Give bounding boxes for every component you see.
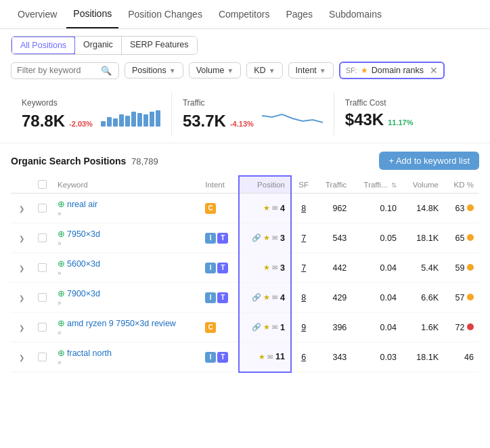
expand-icon[interactable]: ❯ — [16, 354, 27, 361]
nav-position-changes[interactable]: Position Changes — [121, 1, 209, 28]
nav-competitors[interactable]: Competitors — [212, 1, 276, 28]
add-to-keyword-list-button[interactable]: + Add to keyword list — [379, 152, 479, 170]
traffic-line-chart — [262, 110, 323, 131]
traffic-cell: 343 — [315, 342, 352, 372]
position-cell: 🔗★✉ 4 — [239, 283, 291, 313]
nav-positions[interactable]: Positions — [66, 0, 118, 28]
kd-dropdown[interactable]: KD ▼ — [246, 62, 282, 79]
sf-close-button[interactable]: ✕ — [430, 65, 438, 76]
tab-organic[interactable]: Organic — [75, 37, 122, 54]
nav-overview[interactable]: Overview — [11, 1, 64, 28]
row-expand-cell: ❯ — [11, 313, 32, 342]
expand-icon[interactable]: ❯ — [16, 265, 27, 272]
expand-icon[interactable]: ❯ — [16, 294, 27, 302]
intent-dropdown[interactable]: Intent ▼ — [288, 62, 334, 79]
volume-cell: 5.4K — [402, 253, 444, 283]
keyword-filter-wrap[interactable]: 🔍 — [11, 62, 119, 79]
volume-dropdown[interactable]: Volume ▼ — [189, 62, 242, 79]
traffic-cell: 962 — [315, 194, 352, 223]
intent-badge: T — [217, 292, 228, 303]
sf-value: 9 — [301, 323, 306, 332]
position-value: 4 — [280, 204, 285, 213]
expand-icon[interactable]: ❯ — [16, 324, 27, 332]
position-cell: 🔗★✉ 3 — [239, 223, 291, 253]
svg-rect-0 — [101, 121, 106, 127]
kd-value: 65 — [455, 233, 465, 243]
sf-star-icon: ★ — [361, 66, 368, 75]
row-checkbox[interactable] — [38, 293, 47, 302]
table-row: ❯ ⊕7950×3d» IT 🔗★✉ 3 7 543 0.05 18.1K — [11, 223, 479, 253]
keyword-link[interactable]: ⊕fractal north — [58, 348, 194, 358]
row-expand-cell: ❯ — [11, 253, 32, 283]
traffic-pct-cell: 0.05 — [352, 223, 402, 253]
row-checkbox[interactable] — [38, 204, 47, 212]
link-icon: 🔗 — [252, 233, 261, 242]
stats-row: Keywords 78.8K -2.03% Traf — [0, 86, 490, 143]
position-value: 11 — [275, 352, 285, 361]
traffic-cell: 429 — [315, 283, 352, 313]
sf-value: 7 — [301, 263, 306, 273]
star-icon: ★ — [263, 204, 270, 212]
chevron-down-icon: ▼ — [269, 67, 275, 74]
traffic-number: 53.7K — [183, 112, 226, 131]
row-checkbox[interactable] — [38, 353, 47, 361]
kd-cell: 65 — [444, 223, 479, 253]
star-icon: ★ — [263, 263, 270, 272]
keyword-link[interactable]: ⊕7950×3d — [58, 229, 194, 239]
col-traffic-pct-header: Traffi... ⇅ — [352, 176, 402, 194]
kd-dot — [467, 264, 474, 271]
row-checkbox-cell — [32, 283, 52, 313]
positions-dropdown[interactable]: Positions ▼ — [125, 62, 183, 79]
keyword-link[interactable]: ⊕5600×3d — [58, 259, 194, 269]
kd-dot — [467, 323, 474, 330]
expand-icon[interactable]: ❯ — [16, 235, 27, 242]
kw-arrows: » — [58, 299, 194, 307]
nav-subdomains[interactable]: Subdomains — [322, 1, 388, 28]
keyword-cell: ⊕nreal air» — [52, 194, 200, 223]
kd-value: 59 — [455, 263, 465, 273]
kw-arrows: » — [58, 210, 194, 217]
plus-icon: ⊕ — [58, 259, 65, 269]
keyword-link[interactable]: ⊕nreal air — [58, 199, 194, 209]
expand-icon[interactable]: ❯ — [16, 205, 27, 212]
keyword-cell: ⊕5600×3d» — [52, 253, 200, 283]
tab-serp-features[interactable]: SERP Features — [122, 37, 197, 54]
filter-tab-bar: All Positions Organic SERP Features — [0, 29, 490, 62]
volume-cell: 18.1K — [402, 342, 444, 372]
intent-cell: IT — [200, 342, 239, 372]
keyword-link[interactable]: ⊕amd ryzen 9 7950×3d review — [58, 318, 194, 328]
tab-all-positions[interactable]: All Positions — [11, 36, 76, 55]
volume-cell: 6.6K — [402, 283, 444, 313]
row-checkbox[interactable] — [38, 233, 47, 242]
sf-icons: ★✉ — [263, 204, 277, 212]
chevron-down-icon: ▼ — [319, 67, 326, 74]
svg-rect-2 — [113, 118, 118, 127]
nav-pages[interactable]: Pages — [279, 1, 319, 28]
kd-value: 57 — [455, 293, 465, 303]
search-input[interactable] — [17, 66, 98, 75]
chevron-down-icon: ▼ — [227, 67, 233, 74]
sf-cell: 7 — [291, 253, 315, 283]
volume-value: 1.6K — [421, 323, 439, 332]
keyword-cell: ⊕fractal north» — [52, 342, 200, 372]
select-all-checkbox[interactable] — [38, 180, 47, 189]
volume-value: 5.4K — [421, 263, 439, 273]
row-checkbox[interactable] — [38, 323, 47, 332]
stat-traffic-cost: Traffic Cost $43K 11.17% — [334, 93, 479, 136]
traffic-change: -4.13% — [230, 120, 254, 128]
keyword-link[interactable]: ⊕7900×3d — [58, 288, 194, 298]
volume-value: 6.6K — [421, 293, 439, 303]
row-checkbox-cell — [32, 223, 52, 253]
traffic-pct-cell: 0.10 — [352, 194, 402, 223]
traffic-pct-cell: 0.03 — [352, 342, 402, 372]
col-traffic-header: Traffic — [315, 176, 352, 194]
sf-cell: 8 — [291, 194, 315, 223]
sf-cell: 7 — [291, 223, 315, 253]
plus-icon: ⊕ — [58, 318, 65, 328]
row-checkbox[interactable] — [38, 263, 47, 272]
section-title: Organic Search Positions 78,789 — [11, 156, 158, 166]
keywords-value-row: 78.8K -2.03% — [22, 110, 160, 131]
col-sf-header: SF — [291, 176, 315, 194]
kd-value: 63 — [455, 204, 465, 213]
kd-value: 72 — [455, 323, 465, 332]
